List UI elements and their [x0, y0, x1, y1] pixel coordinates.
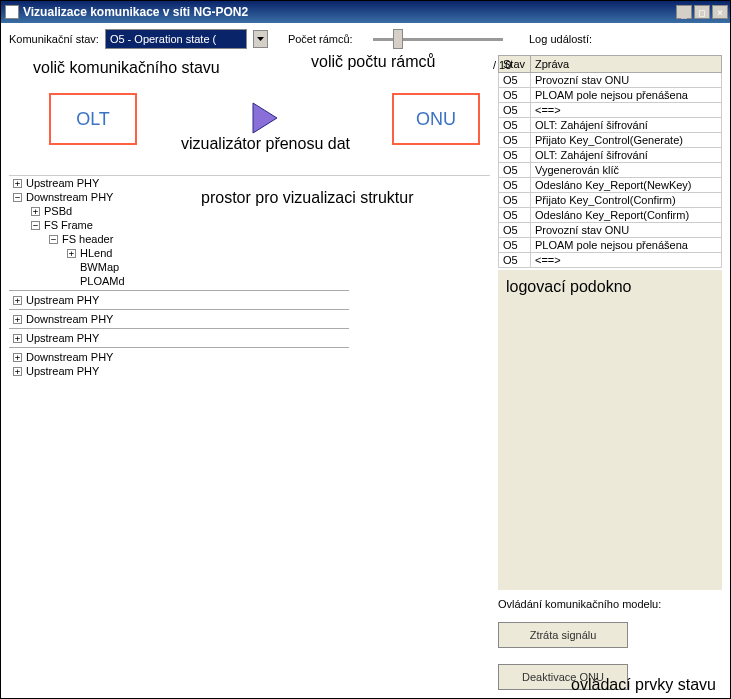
tree-item[interactable]: +Upstream PHY [9, 293, 490, 307]
tree-item[interactable]: +Downstream PHY [9, 312, 490, 326]
log-cell-state: O5 [499, 208, 531, 223]
tree-item-label: Upstream PHY [26, 332, 99, 344]
log-events-label: Log událostí: [529, 33, 592, 45]
expand-icon[interactable]: + [67, 249, 76, 258]
structure-tree: +Upstream PHY−Downstream PHY+PSBd−FS Fra… [9, 175, 490, 378]
tree-item-label: BWMap [80, 261, 119, 273]
log-row[interactable]: O5Přijato Key_Control(Confirm) [499, 193, 722, 208]
annotation-controls: ovládací prvky stavu [571, 676, 716, 694]
tree-item-label: Downstream PHY [26, 313, 113, 325]
log-row[interactable]: O5<==> [499, 253, 722, 268]
expand-icon[interactable]: + [13, 334, 22, 343]
tree-item[interactable]: −FS header [9, 232, 490, 246]
log-row[interactable]: O5Provozní stav ONU [499, 73, 722, 88]
tree-item-label: Upstream PHY [26, 177, 99, 189]
log-cell-msg: Vygenerován klíč [531, 163, 722, 178]
tree-item[interactable]: +HLend [9, 246, 490, 260]
window-title: Vizualizace komunikace v síti NG-PON2 [23, 5, 248, 19]
expand-icon[interactable]: + [13, 315, 22, 324]
tree-item-label: Downstream PHY [26, 351, 113, 363]
expand-icon[interactable]: + [13, 296, 22, 305]
comm-state-value: O5 - Operation state ( [110, 33, 216, 45]
svg-marker-1 [253, 103, 277, 133]
tree-item[interactable]: BWMap [9, 260, 490, 274]
log-cell-state: O5 [499, 193, 531, 208]
onu-node[interactable]: ONU [392, 93, 480, 145]
close-button[interactable]: × [712, 5, 728, 19]
combo-arrow-icon[interactable] [253, 30, 268, 48]
log-cell-msg: PLOAM pole nejsou přenášena [531, 238, 722, 253]
tree-item-label: FS Frame [44, 219, 93, 231]
expand-icon[interactable]: + [13, 179, 22, 188]
log-row[interactable]: O5Odesláno Key_Report(Confirm) [499, 208, 722, 223]
log-cell-msg: OLT: Zahájení šifrování [531, 148, 722, 163]
signal-loss-button[interactable]: Ztráta signálu [498, 622, 628, 648]
log-cell-state: O5 [499, 238, 531, 253]
log-cell-msg: OLT: Zahájení šifrování [531, 118, 722, 133]
log-cell-msg: <==> [531, 103, 722, 118]
comm-state-combo[interactable]: O5 - Operation state ( [105, 29, 247, 49]
log-row[interactable]: O5PLOAM pole nejsou přenášena [499, 238, 722, 253]
log-cell-state: O5 [499, 163, 531, 178]
titlebar: Vizualizace komunikace v síti NG-PON2 _ … [1, 1, 730, 23]
app-icon [5, 5, 19, 19]
tree-item-label: PSBd [44, 205, 72, 217]
log-cell-state: O5 [499, 133, 531, 148]
log-col-msg[interactable]: Zpráva [531, 56, 722, 73]
tree-item-label: FS header [62, 233, 113, 245]
minimize-button[interactable]: _ [676, 5, 692, 19]
log-row[interactable]: O5<==> [499, 103, 722, 118]
expand-icon[interactable]: + [31, 207, 40, 216]
log-cell-state: O5 [499, 178, 531, 193]
log-cell-msg: Odesláno Key_Report(NewKey) [531, 178, 722, 193]
tree-item[interactable]: +Downstream PHY [9, 350, 490, 364]
log-cell-state: O5 [499, 253, 531, 268]
log-cell-msg: Přijato Key_Control(Confirm) [531, 193, 722, 208]
play-arrow-icon[interactable] [251, 101, 279, 137]
tree-item-label: Upstream PHY [26, 294, 99, 306]
expand-icon[interactable]: + [13, 353, 22, 362]
olt-node[interactable]: OLT [49, 93, 137, 145]
log-cell-msg: <==> [531, 253, 722, 268]
log-row[interactable]: O5PLOAM pole nejsou přenášena [499, 88, 722, 103]
log-cell-state: O5 [499, 118, 531, 133]
log-cell-state: O5 [499, 148, 531, 163]
tree-item[interactable]: +Upstream PHY [9, 176, 490, 190]
log-row[interactable]: O5Provozní stav ONU [499, 223, 722, 238]
tree-item[interactable]: +PSBd [9, 204, 490, 218]
log-pane: logovací podokno [498, 270, 722, 590]
toolbar: Komunikační stav: O5 - Operation state (… [1, 23, 730, 55]
frame-count-label: Počet rámců: [288, 33, 353, 45]
controls-label: Ovládání komunikačního modelu: [498, 598, 722, 610]
tree-item-label: HLend [80, 247, 112, 259]
log-cell-msg: Odesláno Key_Report(Confirm) [531, 208, 722, 223]
tree-item[interactable]: PLOAMd [9, 274, 490, 288]
collapse-icon[interactable]: − [31, 221, 40, 230]
maximize-button[interactable]: □ [694, 5, 710, 19]
collapse-icon[interactable]: − [13, 193, 22, 202]
tree-item[interactable]: +Upstream PHY [9, 364, 490, 378]
log-cell-state: O5 [499, 223, 531, 238]
log-table: Stav Zpráva O5Provozní stav ONUO5PLOAM p… [498, 55, 722, 268]
log-row[interactable]: O5OLT: Zahájení šifrování [499, 118, 722, 133]
log-cell-msg: Provozní stav ONU [531, 73, 722, 88]
log-row[interactable]: O5Vygenerován klíč [499, 163, 722, 178]
tree-item[interactable]: −Downstream PHY [9, 190, 490, 204]
log-row[interactable]: O5OLT: Zahájení šifrování [499, 148, 722, 163]
tree-item-label: PLOAMd [80, 275, 125, 287]
log-cell-msg: Provozní stav ONU [531, 223, 722, 238]
collapse-icon[interactable]: − [49, 235, 58, 244]
log-cell-state: O5 [499, 103, 531, 118]
frame-count-suffix: / 10 [493, 59, 511, 71]
log-row[interactable]: O5Odesláno Key_Report(NewKey) [499, 178, 722, 193]
log-table-wrap: Stav Zpráva O5Provozní stav ONUO5PLOAM p… [498, 55, 722, 268]
tree-item[interactable]: +Upstream PHY [9, 331, 490, 345]
tree-item[interactable]: −FS Frame [9, 218, 490, 232]
expand-icon[interactable]: + [13, 367, 22, 376]
log-row[interactable]: O5Přijato Key_Control(Generate) [499, 133, 722, 148]
log-cell-msg: PLOAM pole nejsou přenášena [531, 88, 722, 103]
visualization-row: OLT ONU [9, 79, 490, 159]
log-cell-msg: Přijato Key_Control(Generate) [531, 133, 722, 148]
annotation-log-pane: logovací podokno [506, 278, 631, 295]
frame-count-slider[interactable] [369, 38, 507, 41]
